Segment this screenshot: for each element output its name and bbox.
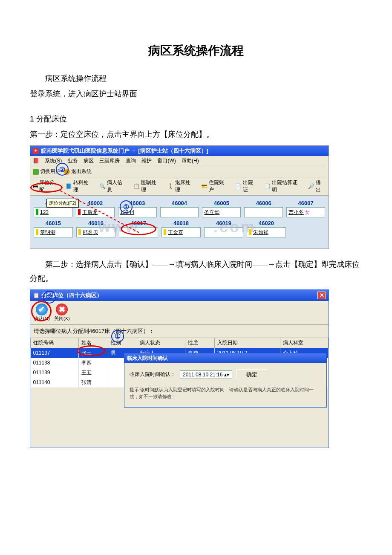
bed-number: 46006 <box>244 200 283 206</box>
close-button[interactable]: ✖ 关闭(X) <box>54 304 70 322</box>
transfer-button[interactable]: 📘 转科处理 <box>66 179 94 194</box>
menu-bar[interactable]: 📕 系统(S) 业务 病区 三级库房 查询 维护 窗口(W) 帮助(H) <box>30 156 329 166</box>
bed-cell[interactable]: 46018王金喜 <box>161 220 201 237</box>
cell: 张清 <box>79 378 108 387</box>
cell: 李四 <box>79 358 108 368</box>
column-header[interactable]: 病人科室 <box>280 338 328 348</box>
menu-store[interactable]: 三级库房 <box>99 158 120 164</box>
column-header[interactable]: 性质 <box>185 338 215 348</box>
gender-label: 女 <box>305 209 310 216</box>
intro-1: 病区系统操作流程 <box>30 72 362 85</box>
bed-box[interactable]: 朱如祥 <box>247 227 286 237</box>
order-button[interactable]: 📋 医嘱处理 <box>133 179 161 194</box>
status-flag <box>36 229 38 235</box>
menu-help[interactable]: 帮助(H) <box>182 158 199 164</box>
red-oval-confirm <box>31 301 52 321</box>
x-icon: ✖ <box>56 304 68 315</box>
bed-box[interactable] <box>160 207 199 217</box>
annotation-circle-1: ① <box>120 200 133 213</box>
bed-number: 46002 <box>76 200 115 206</box>
anno-circle-1b: ① <box>111 330 124 343</box>
time-confirm-dialog: 临床入院时间确认 临床入院时间确认： 2011.08.10 21:16▴▾ 确定… <box>124 353 327 408</box>
cell: 王五 <box>79 368 108 378</box>
window-titlebar: + 皖南医学院弋矶山医院信息系统门户 － [病区护士站（四十六病区）] <box>30 146 329 156</box>
column-header[interactable]: 病人状态 <box>137 338 185 348</box>
bed-cell[interactable]: 46006 <box>244 200 283 217</box>
menu-biz[interactable]: 业务 <box>68 158 78 164</box>
column-header[interactable]: 入院日期 <box>214 338 280 348</box>
bed-box[interactable]: 曹小冬女 <box>286 207 325 217</box>
step-2: 第二步：选择病人点击【确认】——→填写病人临床入院时间——→点击【确定】即完成床… <box>30 257 362 285</box>
bed-cell[interactable]: 46016邵名贝 <box>76 220 115 237</box>
top-toolbar: 切换用户 退出系统 <box>30 166 329 177</box>
doc-title: 病区系统操作流程 <box>30 43 362 59</box>
ok-button[interactable]: 确定 <box>236 369 267 380</box>
time-confirm-title: 临床入院时间确认 <box>124 353 326 363</box>
annotation-circle-2: ② <box>56 163 69 176</box>
cell: 011138 <box>31 358 79 368</box>
action-toolbar: 🛏 床位分配 📘 转科处理 🔍 病人信息 📋 医嘱处理 🚶 退床处理 💳 住院账… <box>30 177 329 196</box>
bed-box[interactable]: 邵名贝 <box>76 227 115 237</box>
lend-button[interactable]: 🔎 借出 <box>308 179 326 194</box>
bed-cell[interactable]: 46020朱如祥 <box>247 220 286 237</box>
patient-name: 圣立华 <box>204 209 219 216</box>
menu-ward[interactable]: 病区 <box>84 158 94 164</box>
bed-box[interactable] <box>244 207 283 217</box>
discharge-bed-button[interactable]: 🚶 退床处理 <box>167 179 196 194</box>
screenshot-assign-dialog: 📋 分配床位（四十六病区） ✕ ✔ 确认(O) ✖ 关闭(X) 请选择哪位病人分… <box>30 289 329 448</box>
menu-maint[interactable]: 维护 <box>141 158 152 164</box>
discharge-cert-button[interactable]: 📄 出院证 <box>235 179 258 194</box>
bed-box[interactable]: 圣立华 <box>202 207 241 217</box>
status-flag <box>249 229 251 235</box>
patient-name: 曹小冬 <box>288 209 304 216</box>
bed-cell[interactable]: 46004 <box>160 200 199 217</box>
bed-number: 46020 <box>247 220 286 226</box>
time-confirm-label: 临床入院时间确认： <box>130 371 176 378</box>
status-flag <box>78 229 81 235</box>
status-flag <box>36 209 38 215</box>
red-oval-bed <box>121 223 156 235</box>
intro-2: 登录系统，进入病区护士站界面 <box>30 87 362 101</box>
bed-box[interactable]: 123 <box>34 207 72 217</box>
red-oval-toolbar <box>30 182 63 193</box>
bed-number: 46005 <box>202 200 241 206</box>
app-icon: + <box>33 148 39 154</box>
dialog-close-button[interactable]: ✕ <box>317 292 326 299</box>
bed-box[interactable]: 王金喜 <box>161 227 201 237</box>
dialog-prompt: 请选择哪位病人分配到46017床（四十六病区）： <box>30 325 329 338</box>
dialog-toolbar: ✔ 确认(O) ✖ 关闭(X) <box>30 301 329 325</box>
section-1-heading: 1 分配床位 <box>30 114 362 124</box>
menu-window[interactable]: 窗口(W) <box>157 158 176 164</box>
spinner-icon[interactable]: ▴▾ <box>224 372 229 378</box>
bed-cell[interactable]: 46019 <box>204 220 243 237</box>
bed-number: 46018 <box>161 220 201 226</box>
bed-number: 46004 <box>160 200 199 206</box>
cell: 011140 <box>31 378 79 387</box>
patient-name: 朱如祥 <box>253 229 268 236</box>
bed-box[interactable] <box>204 227 243 237</box>
account-button[interactable]: 💳 住院账户 <box>201 179 229 194</box>
settle-cert-button[interactable]: 📑 出院结算证明 <box>264 179 303 194</box>
bed-cell[interactable]: 46015章明潮 <box>34 220 73 237</box>
bed-number: 46016 <box>76 220 115 226</box>
anno-circle-2b: ② <box>43 291 56 304</box>
dialog-titlebar: 📋 分配床位（四十六病区） ✕ <box>30 290 329 301</box>
column-header[interactable]: 住院号码 <box>31 338 79 348</box>
menu-query[interactable]: 查询 <box>126 158 136 164</box>
patient-info-button[interactable]: 🔍 病人信息 <box>99 179 127 194</box>
status-flag <box>164 229 166 235</box>
bed-cell[interactable]: 46007曹小冬女 <box>286 200 325 217</box>
tooltip-bed-assign: 床位分配(F2) <box>46 199 79 208</box>
bed-cell[interactable]: 46005圣立华 <box>202 200 241 217</box>
bed-number: 46015 <box>34 220 73 226</box>
patient-name: 123 <box>40 209 49 215</box>
status-flag <box>78 209 81 215</box>
bed-number: 46007 <box>286 200 325 206</box>
menu-system[interactable]: 系统(S) <box>45 158 62 164</box>
datetime-input[interactable]: 2011.08.10 21:16▴▾ <box>180 370 232 379</box>
patient-name: 章明潮 <box>40 229 55 236</box>
bed-box[interactable]: 章明潮 <box>34 227 73 237</box>
bed-number: 46019 <box>204 220 243 226</box>
window-title: 皖南医学院弋矶山医院信息系统门户 － [病区护士站（四十六病区）] <box>41 147 208 155</box>
patient-name: 王金喜 <box>168 229 183 236</box>
